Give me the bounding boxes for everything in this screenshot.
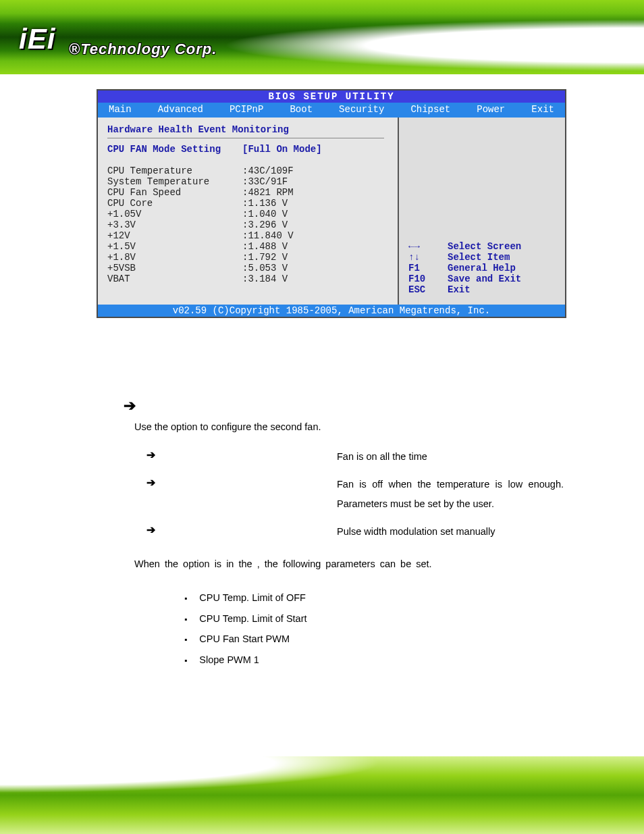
nav-key: ESC <box>408 284 448 295</box>
bios-setting-value: [Full On Mode] <box>242 144 322 155</box>
bios-row-label: CPU Temperature <box>107 165 242 176</box>
bios-setting-label: CPU FAN Mode Setting <box>107 144 242 155</box>
option-desc: Fan is off when the temperature is low e… <box>337 475 564 514</box>
bios-menu-power[interactable]: Power <box>471 104 510 115</box>
bullet-list: CPU Temp. Limit of OFF CPU Temp. Limit o… <box>184 588 564 670</box>
bios-row: +1.05V:1.040 V <box>107 209 384 219</box>
bios-row-value: :4821 RPM <box>242 187 294 198</box>
bios-row-value: :1.488 V <box>242 241 288 252</box>
bios-row-label: CPU Core <box>107 198 242 209</box>
nav-key: F10 <box>408 273 448 284</box>
bios-row: CPU Fan Speed:4821 RPM <box>107 187 384 198</box>
option-row: ➔ Pulse width modulation set manually <box>146 522 564 542</box>
bios-row-label: System Temperature <box>107 176 242 187</box>
bios-row-label: +3.3V <box>107 219 242 230</box>
bios-row-value: :1.040 V <box>242 209 288 219</box>
bios-row-value: :3.296 V <box>242 219 288 230</box>
bios-setting-row[interactable]: CPU FAN Mode Setting [Full On Mode] <box>107 144 384 155</box>
bios-menu-advanced[interactable]: Advanced <box>153 104 209 115</box>
intro-paragraph: Use the option to configure the second f… <box>134 421 564 432</box>
nav-desc: Exit <box>448 284 471 295</box>
nav-desc: Select Screen <box>448 241 521 252</box>
footer-decoration <box>0 756 644 834</box>
arrow-icon: ➔ <box>146 448 167 461</box>
bios-row: VBAT:3.184 V <box>107 273 384 284</box>
paragraph: When the option is in the , the followin… <box>134 554 564 574</box>
bios-row: +3.3V:3.296 V <box>107 219 384 230</box>
bios-row: +5VSB:5.053 V <box>107 263 384 273</box>
bios-menu-exit[interactable]: Exit <box>526 104 560 115</box>
bios-row-value: :1.136 V <box>242 198 288 209</box>
bios-row-label: CPU Fan Speed <box>107 187 242 198</box>
bios-section-title: Hardware Health Event Monitoring <box>107 124 384 135</box>
bios-title: BIOS SETUP UTILITY <box>98 90 565 103</box>
bios-row-label: VBAT <box>107 273 242 284</box>
bios-row-label: +1.05V <box>107 209 242 219</box>
arrow-icon: ➔ <box>146 523 167 536</box>
option-row: ➔ Fan is on all the time <box>146 447 564 467</box>
option-desc: Pulse width modulation set manually <box>337 522 564 542</box>
bios-row-label: +5VSB <box>107 263 242 273</box>
text: , the following parameters can be set. <box>257 558 432 569</box>
divider <box>107 138 384 138</box>
bios-menu-pcipnp[interactable]: PCIPnP <box>224 104 269 115</box>
text: Use the <box>134 421 171 432</box>
nav-desc: Select Item <box>448 252 510 263</box>
list-item: CPU Temp. Limit of OFF <box>184 588 564 608</box>
bios-row-value: :33C/91F <box>242 176 288 187</box>
bios-menu-chipset[interactable]: Chipset <box>405 104 456 115</box>
bios-menu-security[interactable]: Security <box>333 104 390 115</box>
bios-row-value: :43C/109F <box>242 165 294 176</box>
list-item: CPU Temp. Limit of Start <box>184 608 564 629</box>
bios-row-value: :3.184 V <box>242 273 288 284</box>
bios-row: +12V:11.840 V <box>107 230 384 241</box>
list-item: CPU Fan Start PWM <box>184 629 564 649</box>
bios-row-value: :1.792 V <box>242 252 288 263</box>
nav-key: ←→ <box>408 241 448 252</box>
arrow-icon: ➔ <box>146 476 167 489</box>
option-desc: Fan is on all the time <box>337 447 564 467</box>
bios-row-value: :11.840 V <box>242 230 294 241</box>
text: option is in the <box>183 558 257 569</box>
list-item: Slope PWM 1 <box>184 650 564 670</box>
option-row: ➔ Fan is off when the temperature is low… <box>146 475 564 514</box>
bios-window: BIOS SETUP UTILITY Main Advanced PCIPnP … <box>97 89 566 318</box>
bios-menu-bar: Main Advanced PCIPnP Boot Security Chips… <box>98 103 565 118</box>
bios-row: +1.8V:1.792 V <box>107 252 384 263</box>
arrow-icon: ➔ <box>124 397 564 415</box>
bios-nav-help: ←→Select Screen ↑↓Select Item F1General … <box>408 241 556 295</box>
nav-desc: Save and Exit <box>448 273 521 284</box>
bios-row: CPU Temperature:43C/109F <box>107 165 384 176</box>
bios-menu-main[interactable]: Main <box>103 104 137 115</box>
bios-row-label: +1.8V <box>107 252 242 263</box>
bios-right-panel: ←→Select Screen ↑↓Select Item F1General … <box>399 118 565 305</box>
brand-subtext: ®Technology Corp. <box>69 41 217 58</box>
bios-row-label: +1.5V <box>107 241 242 252</box>
bios-row-value: :5.053 V <box>242 263 288 273</box>
bios-row: CPU Core:1.136 V <box>107 198 384 209</box>
bios-menu-boot[interactable]: Boot <box>284 104 318 115</box>
text: When the <box>134 558 183 569</box>
bios-row: +1.5V:1.488 V <box>107 241 384 252</box>
bios-row: System Temperature:33C/91F <box>107 176 384 187</box>
nav-desc: General Help <box>448 263 516 273</box>
header-decoration: iEi ®Technology Corp. <box>0 0 644 74</box>
bios-footer: v02.59 (C)Copyright 1985-2005, American … <box>98 305 565 317</box>
document-body: BIOS Menu 11: Hardware Health Configurat… <box>97 397 564 670</box>
brand-logo-text: iEi <box>19 23 55 55</box>
nav-key: F1 <box>408 263 448 273</box>
bios-row-label: +12V <box>107 230 242 241</box>
bios-left-panel: Hardware Health Event Monitoring CPU FAN… <box>98 118 398 305</box>
nav-key: ↑↓ <box>408 252 448 263</box>
text: option to configure the second fan. <box>171 421 321 432</box>
